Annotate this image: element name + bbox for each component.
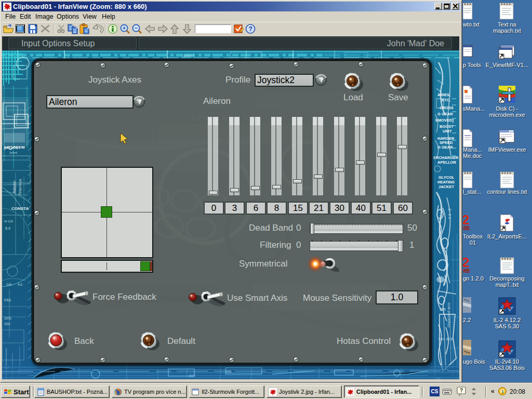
svg-text:?: ? [249, 25, 252, 33]
svg-text:1: 1 [501, 389, 504, 394]
svg-text:MB: MB [463, 225, 470, 231]
svg-text:MB: MB [463, 268, 470, 274]
svg-text:?: ? [460, 388, 463, 393]
